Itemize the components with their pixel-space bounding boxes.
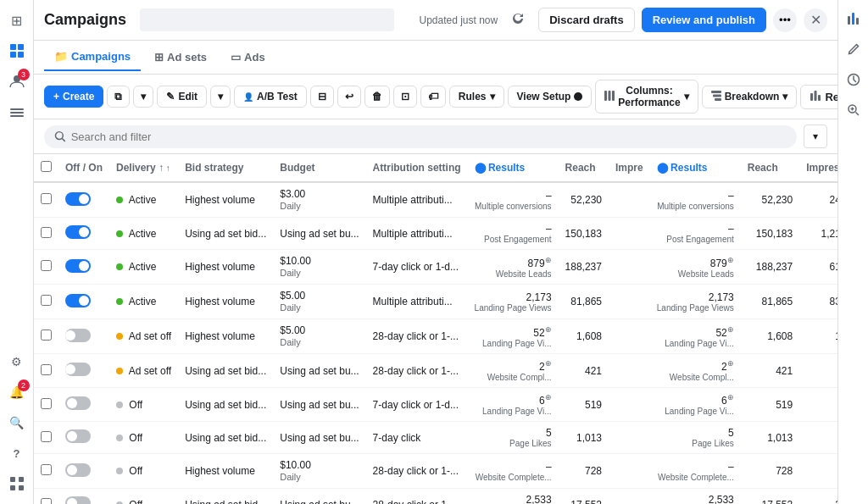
- sidebar-icon-apps[interactable]: [3, 470, 31, 497]
- select-all-checkbox[interactable]: [41, 161, 52, 172]
- row-checkbox-5[interactable]: [34, 354, 58, 388]
- campaign-search-input[interactable]: [140, 8, 394, 31]
- review-publish-button[interactable]: Review and publish: [642, 8, 766, 32]
- row-select-0[interactable]: [41, 193, 52, 204]
- row-toggle-5[interactable]: [58, 354, 109, 388]
- header-delivery[interactable]: Delivery ↑: [109, 154, 178, 182]
- row-checkbox-7[interactable]: [34, 422, 58, 454]
- toggle-switch-0[interactable]: [65, 192, 91, 206]
- refresh-button[interactable]: [504, 8, 531, 31]
- row-checkbox-2[interactable]: [34, 250, 58, 285]
- tab-campaigns[interactable]: 📁 Campaigns: [44, 43, 141, 71]
- sidebar-icon-grid[interactable]: [3, 98, 31, 125]
- row-delivery-6: Off: [109, 388, 178, 422]
- row-select-6[interactable]: [41, 398, 52, 409]
- toggle-switch-1[interactable]: [65, 225, 91, 239]
- row-select-2[interactable]: [41, 260, 52, 271]
- toggle-switch-7[interactable]: [65, 429, 91, 443]
- page-title: Campaigns: [44, 11, 126, 29]
- row-toggle-0[interactable]: [58, 182, 109, 218]
- sidebar-icon-help[interactable]: ?: [3, 440, 31, 467]
- row-select-4[interactable]: [41, 330, 52, 341]
- row-toggle-6[interactable]: [58, 388, 109, 422]
- row-checkbox-8[interactable]: [34, 454, 58, 489]
- search-filter-input[interactable]: [71, 130, 787, 143]
- close-button[interactable]: ✕: [804, 8, 827, 32]
- row-results2-2: 879⊕ Website Leads: [650, 250, 741, 285]
- account-badge: 3: [18, 69, 30, 80]
- toggle-switch-8[interactable]: [65, 463, 91, 477]
- toggle-switch-4[interactable]: [65, 329, 91, 342]
- top-bar-more-button[interactable]: •••: [773, 8, 797, 32]
- row-toggle-1[interactable]: [58, 218, 109, 250]
- row-checkbox-3[interactable]: [34, 285, 58, 319]
- row-delivery-0: Active: [109, 182, 178, 218]
- toggle-switch-2[interactable]: [65, 259, 91, 273]
- view-setup-button[interactable]: View Setup: [508, 86, 593, 108]
- sidebar-icon-campaigns[interactable]: [3, 37, 31, 64]
- edit-more-button[interactable]: ▾: [210, 86, 231, 108]
- create-button[interactable]: + Create: [44, 86, 103, 108]
- header-reach-2: Reach: [741, 154, 799, 182]
- row-select-9[interactable]: [41, 498, 52, 505]
- breakdown-label: Breakdown: [725, 91, 780, 102]
- reports-button[interactable]: Reports ▾: [800, 85, 837, 109]
- row-select-8[interactable]: [41, 464, 52, 475]
- tab-ads[interactable]: ▭ Ads: [220, 44, 275, 70]
- view-setup-dot: [574, 92, 582, 101]
- table-row: Ad set off Highest volume $5.00Daily 28-…: [34, 319, 837, 354]
- row-toggle-2[interactable]: [58, 250, 109, 285]
- row-budget-9: Using ad set bu...: [273, 489, 365, 505]
- row-select-7[interactable]: [41, 431, 52, 442]
- table-row: Ad set off Using ad set bid... Using ad …: [34, 354, 837, 388]
- discard-drafts-button[interactable]: Discard drafts: [538, 8, 634, 32]
- search-filter-container[interactable]: [44, 125, 797, 148]
- header-checkbox[interactable]: [34, 154, 58, 182]
- duplicate-more-button[interactable]: ▾: [133, 86, 153, 108]
- right-sidebar-reports-icon[interactable]: [842, 7, 865, 30]
- duplicate-button[interactable]: ⧉: [107, 86, 130, 108]
- notifications-badge: 2: [18, 379, 30, 391]
- right-sidebar-zoom-icon[interactable]: [842, 98, 865, 122]
- sidebar-icon-search[interactable]: 🔍: [3, 409, 31, 436]
- row-attribution-3: Multiple attributi...: [366, 285, 468, 319]
- right-sidebar-edit-icon[interactable]: [842, 37, 865, 61]
- archive-button[interactable]: ⊟: [310, 86, 334, 108]
- breakdown-dropdown[interactable]: Breakdown ▾: [702, 86, 798, 108]
- sidebar-icon-home[interactable]: ⊞: [3, 7, 31, 34]
- row-checkbox-0[interactable]: [34, 182, 58, 218]
- rules-dropdown[interactable]: Rules ▾: [449, 86, 504, 108]
- row-toggle-9[interactable]: [58, 489, 109, 505]
- right-sidebar-clock-icon[interactable]: [842, 68, 865, 91]
- tag-button[interactable]: 🏷: [420, 86, 446, 108]
- row-select-3[interactable]: [41, 295, 52, 306]
- row-checkbox-9[interactable]: [34, 489, 58, 505]
- row-checkbox-6[interactable]: [34, 388, 58, 422]
- sidebar-icon-account[interactable]: 3: [3, 68, 31, 95]
- row-toggle-7[interactable]: [58, 422, 109, 454]
- row-delivery-9: Off: [109, 489, 178, 505]
- row-checkbox-4[interactable]: [34, 319, 58, 354]
- filter-dropdown-button[interactable]: ▾: [804, 125, 827, 148]
- row-select-1[interactable]: [41, 227, 52, 238]
- row-checkbox-1[interactable]: [34, 218, 58, 250]
- delete-button[interactable]: 🗑: [364, 86, 390, 108]
- sidebar-icon-settings[interactable]: ⚙: [3, 348, 31, 375]
- sidebar-icon-notifications[interactable]: 🔔 2: [3, 379, 31, 406]
- ab-test-button[interactable]: 👤 A/B Test: [234, 86, 307, 108]
- row-select-5[interactable]: [41, 364, 52, 375]
- preview-button[interactable]: ⊡: [393, 86, 417, 108]
- toggle-switch-6[interactable]: [65, 396, 91, 410]
- toggle-switch-5[interactable]: [65, 363, 91, 376]
- toolbar: + Create ⧉ ▾ ✎ Edit ▾ 👤 A/B Test ⊟ ↩ 🗑 ⊡…: [34, 75, 837, 119]
- row-toggle-3[interactable]: [58, 285, 109, 319]
- columns-dropdown[interactable]: Columns: Performance ▾: [595, 80, 698, 114]
- tab-adsets[interactable]: ⊞ Ad sets: [144, 44, 217, 70]
- row-toggle-8[interactable]: [58, 454, 109, 489]
- row-toggle-4[interactable]: [58, 319, 109, 354]
- undo-button[interactable]: ↩: [337, 86, 361, 108]
- status-dot-5: [116, 368, 123, 374]
- edit-button[interactable]: ✎ Edit: [157, 86, 207, 108]
- toggle-switch-3[interactable]: [65, 294, 91, 307]
- toggle-switch-9[interactable]: [65, 496, 91, 504]
